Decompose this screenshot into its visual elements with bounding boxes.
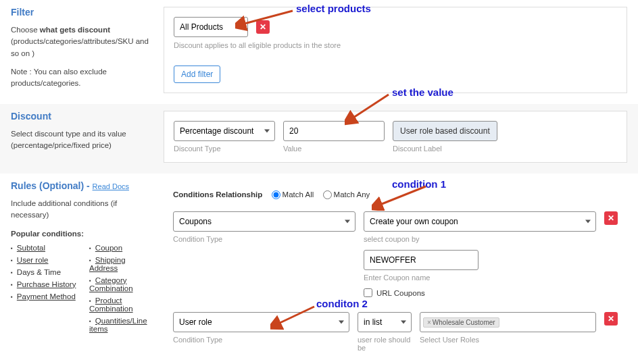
role-tag[interactable]: ×Wholesale Customer: [423, 317, 499, 328]
filter-panel: All Products ✕ Discount applies to all e…: [164, 7, 627, 93]
read-docs-link[interactable]: Read Docs: [93, 182, 129, 190]
rules-title-main: Rules (Optional): [11, 180, 84, 191]
cond2-roles-label: Select User Roles: [420, 336, 596, 344]
cond-shipping-address[interactable]: Shipping Address: [89, 256, 126, 272]
filter-helper: Discount applies to all eligible product…: [174, 41, 617, 49]
cond-category-combination[interactable]: Category Combination: [89, 276, 133, 292]
popular-conditions-heading: Popular conditions:: [11, 228, 155, 240]
cond2-roles-input[interactable]: ×Wholesale Customer: [420, 312, 596, 332]
conditions-relationship-row: Conditions Relationship Match All Match …: [173, 190, 618, 199]
rules-section: Rules (Optional) - Read Docs Include add…: [0, 174, 638, 364]
filter-choose-text: Choose what gets discount (products/cate…: [11, 24, 155, 59]
match-all-text: Match All: [283, 190, 314, 199]
filter-type-select[interactable]: All Products: [174, 17, 248, 37]
filter-choose-suf: (products/categories/attributes/SKU and …: [11, 37, 149, 57]
cond-subtotal[interactable]: Subtotal: [17, 244, 45, 252]
cond1-coupon-value-input[interactable]: [364, 250, 478, 270]
add-filter-button[interactable]: Add filter: [174, 66, 220, 83]
discount-type-label: Discount Type: [174, 145, 275, 153]
discount-label-sub: Discount Label: [393, 145, 497, 153]
filter-note: Note : You can also exclude products/cat…: [11, 66, 155, 90]
discount-desc: Select discount type and its value (perc…: [11, 128, 155, 152]
filter-remove-button[interactable]: ✕: [256, 20, 270, 34]
cond1-url-coupons-label: URL Coupons: [376, 289, 425, 297]
cond-purchase-history[interactable]: Purchase History: [17, 280, 76, 288]
cond2-type-label: Condition Type: [173, 336, 349, 344]
filter-title: Filter: [11, 7, 155, 18]
filter-section: Filter Choose what gets discount (produc…: [0, 0, 638, 104]
rules-title-sep: -: [84, 180, 92, 191]
cond2-in-list-label: user role should be: [358, 336, 412, 352]
match-any-radio[interactable]: [323, 190, 332, 199]
discount-panel: Percentage discount Discount Type Value …: [164, 111, 627, 163]
cond1-url-coupons-checkbox[interactable]: [364, 288, 372, 297]
close-icon[interactable]: ×: [427, 319, 431, 326]
condition-1-block: Coupons Condition Type Create your own c…: [173, 211, 618, 297]
cond2-remove-button[interactable]: ✕: [604, 312, 618, 326]
conditions-relationship-label: Conditions Relationship: [173, 190, 262, 199]
cond2-type-select[interactable]: User role: [173, 312, 349, 332]
cond1-remove-button[interactable]: ✕: [604, 211, 618, 225]
popular-conditions-list: Subtotal User role Days & Time Purchase …: [11, 244, 155, 337]
discount-value-input[interactable]: [283, 121, 385, 141]
match-all-option[interactable]: Match All: [272, 190, 314, 199]
filter-choose-strong: what gets discount: [40, 26, 110, 34]
cond-user-role[interactable]: User role: [17, 256, 49, 264]
discount-section: Discount Select discount type and its va…: [0, 104, 638, 174]
discount-label-field[interactable]: User role based discount: [393, 121, 497, 141]
role-tag-text: Wholesale Customer: [433, 319, 495, 326]
cond1-coupon-mode-select[interactable]: Create your own coupon: [364, 211, 596, 232]
discount-title: Discount: [11, 111, 155, 122]
rules-panel: Conditions Relationship Match All Match …: [164, 180, 627, 364]
match-any-option[interactable]: Match Any: [323, 190, 370, 199]
rules-desc: Include additional conditions (if necess…: [11, 198, 155, 222]
cond1-type-select[interactable]: Coupons: [173, 211, 355, 232]
cond-product-combination[interactable]: Product Combination: [89, 296, 133, 313]
match-any-text: Match Any: [334, 190, 370, 199]
cond1-type-label: Condition Type: [173, 235, 355, 243]
discount-label-text: User role based discount: [400, 126, 490, 136]
discount-type-select[interactable]: Percentage discount: [174, 121, 275, 141]
cond1-coupon-value-label: Enter Coupon name: [364, 274, 596, 282]
condition-2-block: User role Condition Type in list user ro…: [173, 312, 618, 352]
cond1-coupon-mode-label: select coupon by: [364, 235, 596, 243]
cond-coupon[interactable]: Coupon: [95, 244, 122, 252]
match-all-radio[interactable]: [272, 190, 280, 199]
cond-payment-method[interactable]: Payment Method: [17, 292, 76, 301]
cond-quantities[interactable]: Quantities/Line items: [89, 317, 147, 333]
filter-choose-pre: Choose: [11, 26, 40, 34]
discount-value-label: Value: [283, 145, 385, 153]
rules-title: Rules (Optional) - Read Docs: [11, 180, 155, 191]
cond2-in-list-select[interactable]: in list: [358, 312, 412, 332]
cond-days-time[interactable]: Days & Time: [17, 268, 61, 276]
